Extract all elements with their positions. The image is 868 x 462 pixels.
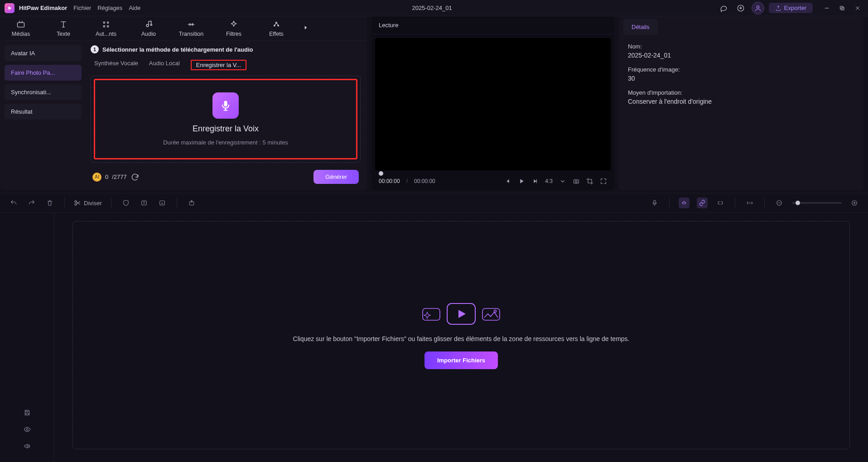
svg-point-7	[103, 25, 105, 27]
play-icon[interactable]	[518, 178, 525, 185]
svg-point-17	[75, 201, 77, 202]
titlebar: HitPaw Edimakor Fichier Réglages Aide 20…	[0, 0, 868, 16]
app-logo	[5, 3, 14, 13]
record-subtitle: Durée maximale de l'enregistrement : 5 m…	[163, 139, 288, 146]
details-fps-value: 30	[628, 75, 854, 82]
svg-rect-15	[574, 180, 579, 183]
undo-icon[interactable]	[8, 197, 19, 208]
time-total: 00:00:00	[414, 178, 435, 184]
user-account-icon[interactable]	[752, 2, 764, 14]
crop-icon[interactable]	[586, 178, 593, 185]
timeline-toolbar: Diviser AI	[0, 193, 868, 213]
svg-point-8	[107, 25, 109, 27]
aspect-ratio[interactable]: 4:3	[545, 178, 553, 184]
export-clip-icon[interactable]	[186, 197, 197, 208]
menu-fichier[interactable]: Fichier	[73, 5, 91, 11]
window-maximize-icon[interactable]	[836, 2, 848, 14]
snapshot-icon[interactable]	[573, 178, 580, 185]
tool-medias[interactable]: Médias	[5, 20, 37, 37]
mute-icon[interactable]	[24, 443, 31, 451]
next-frame-icon[interactable]	[531, 178, 539, 185]
svg-point-6	[107, 22, 109, 23]
export-button-label: Exporter	[784, 5, 806, 11]
menu-aide[interactable]: Aide	[129, 5, 140, 11]
resource-toolbar: Médias Texte Aut...nts Audio	[0, 16, 367, 41]
preview-canvas[interactable]	[375, 38, 611, 170]
subtab-audio-local[interactable]: Audio Local	[149, 60, 180, 70]
details-name-value: 2025-02-24_01	[628, 52, 854, 59]
zoom-in-icon[interactable]	[849, 197, 860, 208]
subtab-row: Synthèse Vocale Audio Local Enregistrer …	[91, 57, 361, 76]
magnet-icon[interactable]	[679, 197, 690, 208]
step-panel: 1 Sélectionner la méthode de téléchargem…	[86, 41, 367, 190]
step-title: Sélectionner la méthode de téléchargemen…	[102, 46, 253, 53]
tab-details[interactable]: Détails	[623, 19, 658, 35]
import-files-button[interactable]: Importer Fichiers	[424, 351, 498, 369]
project-title: 2025-02-24_01	[147, 5, 717, 11]
zoom-out-icon[interactable]	[774, 197, 785, 208]
window-minimize-icon[interactable]	[821, 2, 833, 14]
dropzone-icons	[420, 302, 502, 326]
details-fps-label: Fréquence d'image:	[628, 66, 854, 73]
trim-icon[interactable]	[715, 197, 726, 208]
svg-point-1	[757, 5, 759, 8]
playhead-dot[interactable]	[379, 171, 383, 176]
svg-rect-13	[224, 101, 227, 107]
details-panel: Détails Nom: 2025-02-24_01 Fréquence d'i…	[619, 16, 863, 190]
sidebar-item-resultat[interactable]: Résultat	[5, 104, 82, 120]
split-button[interactable]: Diviser	[74, 199, 102, 207]
tool-audio[interactable]: Audio	[132, 20, 165, 37]
subtab-enregistrer[interactable]: Enregistrer la V...	[191, 60, 246, 70]
sidebar-item-avatar-ia[interactable]: Avatar IA	[5, 45, 82, 61]
voice-record-icon[interactable]	[649, 197, 660, 208]
prev-frame-icon[interactable]	[504, 178, 511, 185]
timeline-dropzone[interactable]: Cliquez sur le bouton "Importer Fichiers…	[72, 221, 850, 449]
tool-filtres[interactable]: Filtres	[217, 20, 250, 37]
time-current: 00:00:00	[379, 178, 400, 184]
text-box-icon[interactable]	[139, 197, 149, 208]
timeline-rail	[0, 213, 54, 462]
redo-icon[interactable]	[26, 197, 37, 208]
generate-button[interactable]: Générer	[313, 170, 359, 184]
svg-text:AI: AI	[161, 202, 163, 205]
timeline-area: Cliquez sur le bouton "Importer Fichiers…	[0, 213, 868, 462]
details-import-label: Moyen d'importation:	[628, 89, 854, 96]
svg-point-16	[575, 181, 577, 183]
save-icon[interactable]	[24, 409, 31, 418]
dropzone-hint: Cliquez sur le bouton "Importer Fichiers…	[293, 335, 630, 342]
link-icon[interactable]	[697, 197, 708, 208]
fullscreen-icon[interactable]	[600, 178, 607, 185]
credits-total: /2777	[112, 173, 127, 180]
sidebar-item-faire-photo[interactable]: Faire Photo Pa...	[5, 65, 82, 81]
coin-icon: AI	[92, 173, 101, 182]
tool-transition[interactable]: Transition	[175, 20, 207, 37]
menu-reglages[interactable]: Réglages	[97, 5, 122, 11]
svg-point-5	[103, 22, 105, 23]
record-mic-button[interactable]	[212, 92, 239, 119]
chevron-down-icon[interactable]	[559, 178, 566, 185]
svg-rect-23	[654, 200, 656, 203]
toolbar-more-icon[interactable]	[303, 24, 309, 32]
tool-effets[interactable]: Effets	[260, 20, 293, 37]
refresh-icon[interactable]	[130, 173, 140, 182]
zoom-slider[interactable]	[792, 202, 842, 204]
preview-panel: Lecture 00:00:00 / 00:00:00 4:3	[371, 16, 614, 190]
export-button[interactable]: Exporter	[769, 3, 813, 13]
ai-box-icon[interactable]: AI	[157, 197, 168, 208]
download-icon[interactable]	[734, 2, 747, 14]
record-title: Enregistrer la Voix	[193, 124, 259, 134]
eye-icon[interactable]	[24, 426, 31, 434]
resource-panel: Médias Texte Aut...nts Audio	[0, 16, 367, 190]
tool-texte[interactable]: Texte	[47, 20, 80, 37]
window-close-icon[interactable]	[852, 2, 863, 14]
details-import-value: Conserver à l'endroit d'origine	[628, 98, 854, 105]
shield-icon[interactable]	[121, 197, 131, 208]
fit-icon[interactable]	[744, 197, 755, 208]
subtab-synthese[interactable]: Synthèse Vocale	[94, 60, 138, 70]
feedback-icon[interactable]	[717, 2, 730, 14]
tool-stickers[interactable]: Aut...nts	[90, 20, 122, 37]
delete-icon[interactable]	[44, 197, 55, 208]
record-box[interactable]: Enregistrer la Voix Durée maximale de l'…	[94, 79, 357, 159]
details-name-label: Nom:	[628, 43, 854, 50]
sidebar-item-synchronisation[interactable]: Synchronisati...	[5, 84, 82, 100]
